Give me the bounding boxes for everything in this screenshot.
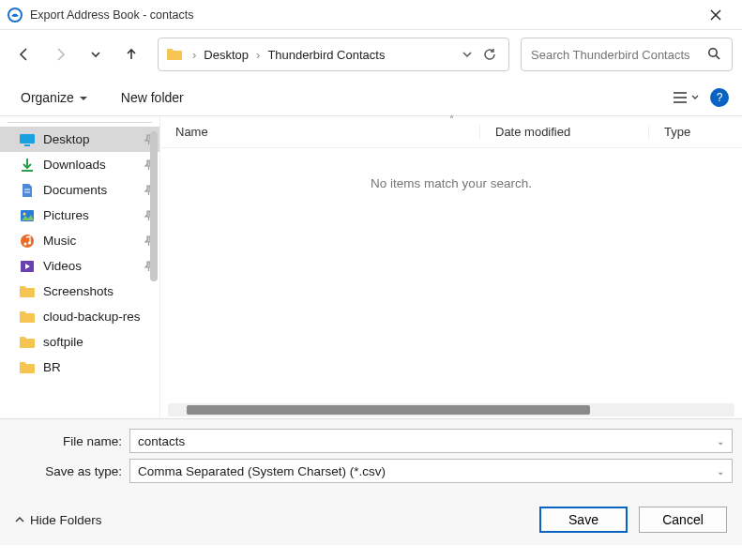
hide-folders-button[interactable]: Hide Folders bbox=[15, 513, 102, 527]
breadcrumb-desktop[interactable]: Desktop bbox=[200, 48, 252, 62]
horizontal-scrollbar[interactable] bbox=[168, 403, 734, 416]
help-button[interactable]: ? bbox=[710, 88, 729, 107]
breadcrumb-separator: › bbox=[189, 48, 200, 62]
music-icon bbox=[19, 234, 36, 249]
organize-menu[interactable]: Organize bbox=[13, 86, 95, 109]
sidebar-item-br[interactable]: BR bbox=[0, 355, 159, 380]
column-name[interactable]: Name bbox=[160, 125, 479, 139]
recent-locations-button[interactable] bbox=[81, 39, 111, 69]
column-headers: ˄ Name Date modified Type bbox=[160, 116, 742, 148]
column-date[interactable]: Date modified bbox=[479, 125, 648, 139]
file-list-area: ˄ Name Date modified Type No items match… bbox=[159, 116, 742, 418]
sidebar-item-desktop[interactable]: Desktop bbox=[0, 127, 159, 152]
sidebar-item-music[interactable]: Music bbox=[0, 228, 159, 253]
scrollbar-thumb[interactable] bbox=[187, 405, 590, 415]
filename-value: contacts bbox=[138, 434, 185, 448]
save-type-label: Save as type: bbox=[9, 464, 129, 478]
desktop-icon bbox=[19, 132, 36, 147]
footer: Hide Folders Save Cancel bbox=[0, 494, 742, 545]
sidebar-item-label: BR bbox=[43, 360, 154, 374]
sidebar-item-downloads[interactable]: Downloads bbox=[0, 152, 159, 177]
navigation-row: › Desktop › Thunderbird Contacts bbox=[0, 30, 742, 79]
folder-icon bbox=[166, 48, 183, 61]
sidebar-item-label: Videos bbox=[43, 259, 139, 273]
svg-point-7 bbox=[23, 242, 26, 245]
forward-button[interactable] bbox=[45, 39, 75, 69]
videos-icon bbox=[19, 259, 36, 274]
view-options-button[interactable] bbox=[673, 91, 699, 104]
pictures-icon bbox=[19, 208, 36, 223]
sidebar-item-softpile[interactable]: softpile bbox=[0, 329, 159, 355]
sidebar: DesktopDownloadsDocumentsPicturesMusicVi… bbox=[0, 116, 159, 418]
toolbar: Organize New folder ? bbox=[0, 79, 742, 116]
column-type[interactable]: Type bbox=[648, 125, 742, 139]
search-box[interactable] bbox=[521, 38, 733, 71]
cancel-button[interactable]: Cancel bbox=[639, 507, 727, 533]
save-form: File name: contacts ⌄ Save as type: Comm… bbox=[0, 418, 742, 494]
search-icon[interactable] bbox=[707, 47, 722, 62]
svg-point-1 bbox=[709, 49, 717, 56]
sidebar-item-cloud-backup-res[interactable]: cloud-backup-res bbox=[0, 304, 159, 329]
save-type-select[interactable]: Comma Separated (System Charset) (*.csv)… bbox=[129, 459, 733, 483]
sidebar-item-videos[interactable]: Videos bbox=[0, 253, 159, 279]
address-bar[interactable]: › Desktop › Thunderbird Contacts bbox=[158, 38, 509, 71]
sidebar-item-label: Documents bbox=[43, 183, 139, 197]
empty-message: No items match your search. bbox=[160, 148, 742, 190]
download-icon bbox=[19, 158, 36, 173]
new-folder-button[interactable]: New folder bbox=[114, 86, 191, 109]
sidebar-item-pictures[interactable]: Pictures bbox=[0, 203, 159, 228]
sidebar-item-label: Screenshots bbox=[43, 284, 154, 298]
main-area: DesktopDownloadsDocumentsPicturesMusicVi… bbox=[0, 116, 742, 418]
svg-rect-3 bbox=[24, 144, 30, 146]
title-bar: Export Address Book - contacts bbox=[0, 0, 742, 30]
sidebar-item-label: Pictures bbox=[43, 208, 139, 222]
sidebar-item-label: Desktop bbox=[43, 132, 139, 146]
svg-rect-2 bbox=[20, 134, 35, 144]
address-dropdown[interactable] bbox=[456, 43, 478, 66]
sidebar-divider bbox=[8, 122, 152, 123]
sidebar-item-label: Downloads bbox=[43, 158, 139, 172]
folder-icon bbox=[19, 310, 36, 325]
save-type-value: Comma Separated (System Charset) (*.csv) bbox=[138, 464, 386, 478]
sort-indicator-icon: ˄ bbox=[449, 114, 454, 125]
folder-icon bbox=[19, 284, 36, 299]
sidebar-item-documents[interactable]: Documents bbox=[0, 177, 159, 203]
close-button[interactable] bbox=[697, 0, 734, 29]
sidebar-item-label: softpile bbox=[43, 335, 154, 349]
search-input[interactable] bbox=[531, 48, 707, 62]
up-button[interactable] bbox=[116, 39, 146, 69]
window-title: Export Address Book - contacts bbox=[30, 8, 193, 22]
sidebar-scrollbar[interactable] bbox=[150, 131, 158, 281]
filename-label: File name: bbox=[9, 434, 129, 448]
folder-icon bbox=[19, 335, 36, 350]
folder-icon bbox=[19, 360, 36, 375]
save-type-dropdown-icon[interactable]: ⌄ bbox=[717, 466, 724, 477]
back-button[interactable] bbox=[9, 39, 39, 69]
save-button[interactable]: Save bbox=[539, 507, 628, 533]
hide-folders-label: Hide Folders bbox=[30, 513, 102, 527]
breadcrumb-folder[interactable]: Thunderbird Contacts bbox=[264, 48, 388, 62]
filename-input[interactable]: contacts ⌄ bbox=[129, 429, 733, 453]
refresh-button[interactable] bbox=[478, 43, 501, 66]
filename-dropdown-icon[interactable]: ⌄ bbox=[717, 436, 724, 446]
svg-point-8 bbox=[28, 241, 31, 244]
sidebar-item-screenshots[interactable]: Screenshots bbox=[0, 279, 159, 304]
app-icon bbox=[8, 8, 23, 23]
sidebar-item-label: Music bbox=[43, 234, 139, 248]
breadcrumb-separator: › bbox=[252, 48, 264, 62]
sidebar-item-label: cloud-backup-res bbox=[43, 310, 154, 324]
document-icon bbox=[19, 183, 36, 198]
svg-point-5 bbox=[23, 212, 26, 215]
